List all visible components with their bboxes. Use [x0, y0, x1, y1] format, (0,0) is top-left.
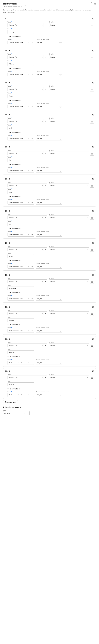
spinner-down-icon[interactable]: ▼ [59, 395, 62, 397]
value-month-select[interactable]: December [7, 382, 30, 386]
criterion-select[interactable]: Equals [49, 215, 85, 219]
criterion-select[interactable]: Equals [49, 280, 85, 283]
remove-case-button[interactable]: ✕ [92, 210, 94, 212]
info-icon[interactable]: ? [24, 6, 26, 7]
drag-handle-icon[interactable] [5, 58, 6, 61]
dropdown-button[interactable] [30, 393, 34, 397]
value-type-select[interactable]: Custom numeric value ✕ [7, 297, 30, 300]
remove-case-button[interactable]: ✕ [92, 146, 94, 148]
drag-handle-icon[interactable] [5, 154, 6, 157]
value-type-select[interactable]: Custom numeric value ✕ [7, 41, 30, 44]
dropdown-button[interactable] [30, 62, 34, 66]
value-month-select[interactable]: May [7, 158, 30, 162]
spinner-down-icon[interactable]: ▼ [59, 235, 62, 236]
numeric-value-input[interactable]: 100,000 [36, 265, 59, 268]
dropdown-button[interactable] [30, 286, 34, 290]
dropdown-button[interactable] [30, 265, 34, 268]
dropdown-button[interactable] [85, 119, 89, 123]
numeric-value-input[interactable]: 100,000 [36, 201, 59, 204]
numeric-value-input[interactable]: 100,000 [36, 73, 59, 76]
dropdown-button[interactable] [44, 87, 47, 91]
settings-button[interactable] [90, 312, 94, 316]
clear-icon[interactable]: ✕ [42, 313, 43, 314]
number-spinner[interactable]: ▲ ▼ [59, 201, 62, 204]
spinner-down-icon[interactable]: ▼ [59, 363, 62, 365]
numeric-value-input[interactable]: 100,000 [36, 41, 59, 44]
dropdown-button[interactable] [85, 87, 89, 91]
clear-icon[interactable]: ✕ [28, 74, 29, 75]
criterion-select[interactable]: Equals [49, 55, 85, 59]
spinner-up-icon[interactable]: ▲ [59, 361, 62, 363]
value-dimension-select[interactable]: Month of Year ✕ [7, 151, 44, 155]
dropdown-button[interactable] [30, 222, 34, 226]
clear-icon[interactable]: ✕ [42, 24, 43, 26]
remove-case-button[interactable]: ✕ [92, 114, 94, 116]
settings-button[interactable] [90, 344, 94, 348]
settings-button[interactable] [90, 88, 94, 92]
clear-icon[interactable]: ✕ [24, 412, 25, 414]
criterion-select[interactable]: Equals [49, 151, 85, 155]
dropdown-button[interactable] [30, 158, 34, 162]
dropdown-button[interactable] [30, 190, 34, 194]
value-dimension-select[interactable]: Month of Year ✕ [7, 280, 44, 283]
dropdown-button[interactable] [44, 312, 47, 315]
spinner-up-icon[interactable]: ▲ [59, 169, 62, 171]
value-month-select[interactable]: March [7, 94, 30, 98]
value-type-select[interactable]: Custom numeric value ✕ [7, 169, 30, 172]
clear-icon[interactable]: ✕ [42, 345, 43, 346]
value-month-select[interactable]: November [7, 350, 30, 354]
remove-case-button[interactable]: ✕ [92, 338, 94, 340]
drag-handle-icon[interactable] [5, 283, 6, 285]
spinner-up-icon[interactable]: ▲ [59, 265, 62, 267]
spinner-down-icon[interactable]: ▼ [59, 171, 62, 172]
numeric-value-input[interactable]: 100,000 [36, 361, 59, 365]
criterion-select[interactable]: Equals [49, 248, 85, 251]
clear-icon[interactable]: ✕ [28, 234, 29, 236]
numeric-value-input[interactable]: 100,000 [36, 393, 59, 397]
dropdown-button[interactable] [85, 151, 89, 155]
value-type-select[interactable]: Custom numeric value ✕ [7, 137, 30, 140]
value-dimension-select[interactable]: Month of Year ✕ [7, 248, 44, 251]
number-spinner[interactable]: ▲ ▼ [59, 361, 62, 365]
clear-icon[interactable]: ✕ [28, 138, 29, 140]
spinner-down-icon[interactable]: ▼ [59, 139, 62, 140]
drag-handle-icon[interactable] [5, 187, 6, 189]
clear-icon[interactable]: ✕ [42, 184, 43, 186]
remove-case-button[interactable]: ✕ [92, 178, 94, 180]
number-spinner[interactable]: ▲ ▼ [59, 393, 62, 397]
spinner-up-icon[interactable]: ▲ [59, 329, 62, 331]
settings-button[interactable] [90, 120, 94, 124]
dropdown-button[interactable] [44, 151, 47, 155]
numeric-value-input[interactable]: 100,000 [36, 329, 59, 333]
remove-case-button[interactable]: ✕ [92, 82, 94, 84]
otherwise-value-select[interactable]: No value ✕ [3, 411, 26, 415]
value-type-select[interactable]: Custom numeric value ✕ [7, 105, 30, 108]
criterion-select[interactable]: Equals [49, 87, 85, 91]
drag-handle-icon[interactable] [5, 219, 6, 221]
spinner-up-icon[interactable]: ▲ [59, 41, 62, 42]
value-dimension-select[interactable]: Month of Year ✕ [7, 23, 44, 27]
numeric-value-input[interactable]: 100,000 [36, 233, 59, 236]
clear-icon[interactable]: ✕ [42, 216, 43, 218]
clear-icon[interactable]: ✕ [42, 56, 43, 58]
spinner-up-icon[interactable]: ▲ [59, 105, 62, 107]
dropdown-button[interactable] [44, 376, 47, 379]
spinner-down-icon[interactable]: ▼ [59, 42, 62, 44]
numeric-value-input[interactable]: 100,000 [36, 137, 59, 140]
numeric-value-input[interactable]: 100,000 [36, 105, 59, 108]
dropdown-button[interactable] [30, 318, 34, 322]
more-menu-icon[interactable]: ••• [86, 3, 89, 5]
collapse-icon[interactable] [91, 3, 92, 5]
value-type-select[interactable]: Custom numeric value ✕ [7, 73, 30, 76]
value-month-select[interactable]: October [7, 318, 30, 322]
clear-icon[interactable]: ✕ [28, 106, 29, 107]
criterion-select[interactable]: Equals [49, 376, 85, 379]
remove-case-button[interactable]: ✕ [92, 370, 94, 372]
clear-icon[interactable]: ✕ [28, 170, 29, 172]
number-spinner[interactable]: ▲ ▼ [59, 233, 62, 236]
dropdown-button[interactable] [30, 169, 34, 172]
settings-button[interactable] [90, 248, 94, 252]
dropdown-button[interactable] [85, 23, 89, 27]
remove-case-button[interactable]: ✕ [92, 18, 94, 20]
dropdown-button[interactable] [85, 312, 89, 315]
